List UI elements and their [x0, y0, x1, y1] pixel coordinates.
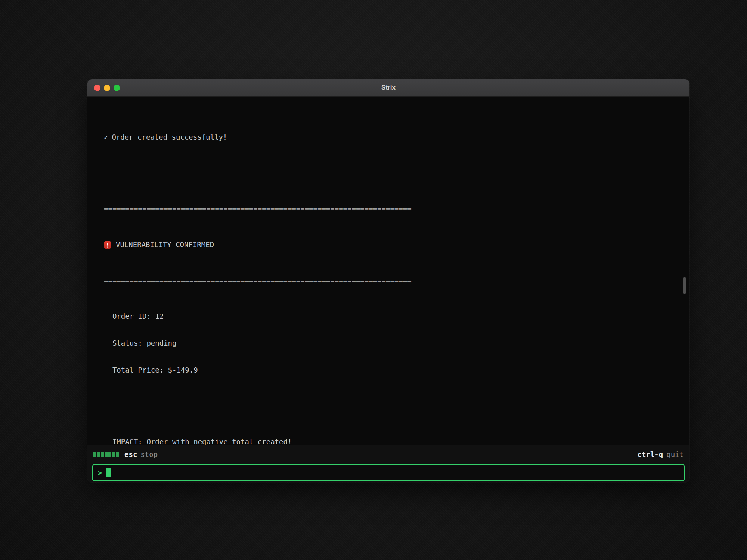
strix-window: Strix ✓Order created successfully! =====…: [87, 79, 689, 482]
order-id-line: Order ID: 12: [104, 312, 673, 321]
window-titlebar: Strix: [87, 79, 689, 97]
order-status-line: Status: pending: [104, 339, 673, 348]
esc-action-label: stop: [140, 450, 158, 458]
divider-line: ========================================…: [104, 276, 673, 285]
order-success-text: Order created successfully!: [112, 133, 227, 141]
status-bar-left: esc stop: [93, 450, 158, 458]
input-prompt: >: [98, 469, 102, 477]
total-price-line: Total Price: $-149.9: [104, 365, 673, 374]
esc-key-hint: esc: [124, 450, 137, 458]
status-bar-right: ctrl-q quit: [638, 450, 684, 458]
alert-icon: [104, 241, 111, 249]
scrollbar-thumb[interactable]: [683, 277, 686, 294]
terminal-output: ✓Order created successfully! ===========…: [87, 97, 689, 445]
blank-line: [104, 168, 673, 177]
divider-line: ========================================…: [104, 204, 673, 213]
quit-action-label: quit: [666, 450, 684, 458]
vulnerability-confirmed-line: VULNERABILITY CONFIRMED: [104, 240, 673, 249]
check-icon: ✓: [104, 133, 108, 141]
impact-line: IMPACT: Order with negative total create…: [104, 437, 673, 445]
window-title: Strix: [87, 84, 689, 91]
text-cursor: [106, 468, 111, 477]
blank-line: [104, 401, 673, 410]
command-input[interactable]: >: [92, 464, 685, 481]
activity-indicator: [93, 452, 119, 457]
status-bar: esc stop ctrl-q quit: [93, 450, 684, 459]
vulnerability-confirmed-text: VULNERABILITY CONFIRMED: [116, 240, 214, 249]
quit-key-hint: ctrl-q: [638, 450, 663, 458]
order-success-line: ✓Order created successfully!: [104, 133, 673, 141]
